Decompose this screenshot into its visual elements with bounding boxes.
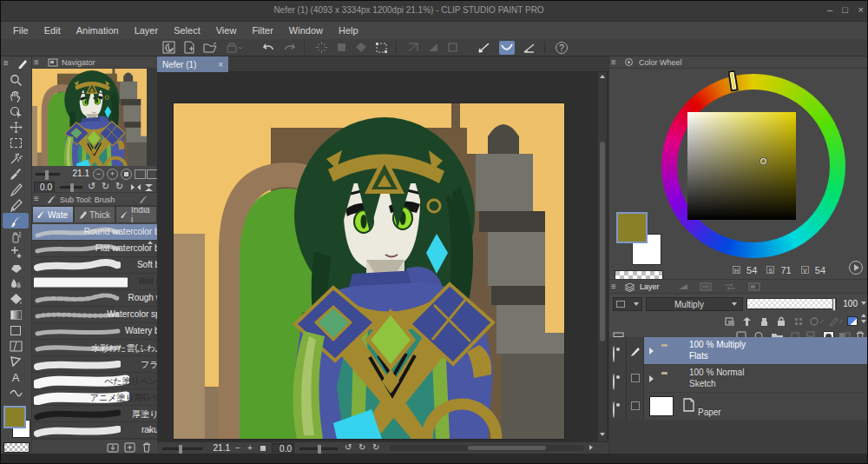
scroll-up-arrow[interactable] <box>600 75 605 78</box>
color-wheel-menu-icon[interactable]: ≡ <box>611 56 616 69</box>
maximize-button[interactable]: □ <box>842 4 848 15</box>
brush-item[interactable]: アニメ塗り用Gペン改 <box>32 389 157 406</box>
new-canvas-icon[interactable] <box>183 41 195 54</box>
text-tool-icon[interactable]: A <box>3 369 29 385</box>
draft-layer-icon[interactable] <box>828 316 844 327</box>
snap-off-3-icon[interactable] <box>447 42 458 53</box>
layer-row-flats[interactable]: 100 % Multiply Flats <box>609 337 868 364</box>
subtool-tab-thick-paint[interactable]: Thick <box>74 206 115 223</box>
brush-item[interactable]: Soft bleed <box>32 257 157 274</box>
import-subtool-icon[interactable] <box>107 441 119 453</box>
help-icon[interactable]: ? <box>556 42 568 54</box>
layer-tab-3-icon[interactable] <box>700 282 712 291</box>
layer-checkbox[interactable] <box>631 374 640 382</box>
snap-to-ruler-icon[interactable] <box>477 42 491 54</box>
menu-view[interactable]: View <box>216 25 237 36</box>
canvas-rotation-slider[interactable] <box>299 447 338 450</box>
eyedropper-tool-icon[interactable] <box>3 166 29 182</box>
clip-to-layer-below-icon[interactable] <box>724 316 735 327</box>
document-tab-close-icon[interactable]: × <box>218 60 223 70</box>
vertical-scroll-thumb[interactable] <box>600 142 605 341</box>
document-tab[interactable]: Nefer (1) × <box>157 56 228 72</box>
layer-panel-menu-icon[interactable]: ≡ <box>611 281 616 293</box>
navigator-flip-vertical-button[interactable] <box>144 183 154 192</box>
zoom-tool-icon[interactable] <box>3 72 29 88</box>
subtool-tab-watercolor[interactable]: Wate <box>32 206 74 223</box>
layer-row-sketch[interactable]: 100 % Normal Sketch <box>609 365 868 392</box>
correct-line-tool-icon[interactable] <box>3 354 29 369</box>
layer-color-swatch[interactable] <box>847 316 858 326</box>
frame-border-tool-icon[interactable] <box>3 338 29 354</box>
create-subtool-icon[interactable] <box>124 441 136 453</box>
brush-item[interactable]: Rough wash <box>32 290 157 307</box>
liquify-tool-icon[interactable] <box>3 385 29 401</box>
menu-animation[interactable]: Animation <box>76 25 119 36</box>
canvas-zoom-in-button[interactable]: + <box>247 443 253 453</box>
layer-opacity-value[interactable]: 100 <box>840 299 858 308</box>
fill-tool-icon[interactable] <box>3 291 29 307</box>
close-button[interactable]: × <box>858 4 864 15</box>
primary-color-swatch[interactable] <box>3 406 26 428</box>
brush-item[interactable]: Round watercolor brush <box>32 224 157 241</box>
airbrush-tool-icon[interactable] <box>3 229 29 244</box>
navigator-fit-button[interactable] <box>121 169 132 180</box>
brush-item[interactable]: べた塗りペン_QM <box>32 373 157 389</box>
menu-layer[interactable]: Layer <box>135 25 159 36</box>
open-file-icon[interactable] <box>203 42 218 54</box>
decoration-tool-icon[interactable] <box>3 244 29 260</box>
layer-row-paper[interactable]: Paper <box>609 393 868 420</box>
canvas-rotate-ccw-button[interactable]: ↺ <box>345 442 352 452</box>
menu-filter[interactable]: Filter <box>252 25 273 36</box>
blend-mode-combo[interactable]: Multiply <box>646 297 743 311</box>
canvas-horizontal-scrollbar[interactable] <box>390 445 584 451</box>
subtool-tab-india-ink[interactable]: India i <box>115 206 157 223</box>
clip-studio-logo-icon[interactable] <box>162 41 175 54</box>
brush-list-scroll-up[interactable] <box>148 226 153 242</box>
selection-tool-icon[interactable] <box>3 135 29 150</box>
saturation-value-square[interactable] <box>687 112 796 220</box>
figure-tool-icon[interactable] <box>3 322 29 338</box>
scroll-down-arrow[interactable] <box>600 433 605 436</box>
navigator-thumbnail[interactable] <box>32 69 157 166</box>
canvas-zoom-value[interactable]: 21.1 <box>206 443 230 453</box>
gradient-tool-icon[interactable] <box>3 307 29 322</box>
navigator-zoom-slider[interactable] <box>36 173 60 176</box>
horizontal-scroll-thumb[interactable] <box>468 446 546 450</box>
redo-icon[interactable] <box>283 42 296 54</box>
navigator-menu-icon[interactable]: ≡ <box>34 56 39 69</box>
scroll-right-arrow[interactable] <box>589 445 593 450</box>
blend-tool-icon[interactable] <box>3 275 29 291</box>
snap-to-grid-icon[interactable] <box>523 42 536 54</box>
brush-item[interactable]: 厚塗りペン <box>32 406 157 422</box>
subtool-menu-icon[interactable]: ≡ <box>34 193 39 205</box>
navigator-flip-horizontal-button[interactable] <box>130 183 141 191</box>
canvas-vertical-scrollbar[interactable] <box>598 72 607 441</box>
snap-to-special-ruler-icon[interactable] <box>499 41 515 55</box>
navigator-reset-rotation-button[interactable]: ↻ <box>115 181 123 192</box>
brush-tool-icon[interactable] <box>3 213 29 229</box>
layer-tab-2-icon[interactable] <box>677 282 689 291</box>
canvas-rotate-cw-button[interactable]: ↻ <box>358 442 365 452</box>
menu-help[interactable]: Help <box>339 25 358 36</box>
pencil-tool-icon[interactable] <box>3 197 29 213</box>
ruler-range-icon[interactable] <box>809 316 825 327</box>
layer-visibility-icon[interactable] <box>613 346 615 362</box>
operation-tool-icon[interactable] <box>3 103 29 119</box>
folder-expand-arrow[interactable] <box>649 375 654 382</box>
navigator-100-button[interactable] <box>135 169 146 179</box>
brush-item[interactable]: Watercolor splash <box>32 307 157 323</box>
reference-layer-icon[interactable] <box>741 316 753 327</box>
brush-item[interactable]: Wet wash <box>32 274 157 290</box>
layer-color-chevron[interactable] <box>861 320 866 323</box>
canvas-reset-rotation-button[interactable]: ↻ <box>372 442 379 452</box>
save-icon[interactable] <box>226 42 243 54</box>
snap-off-2-icon[interactable] <box>427 42 439 53</box>
menu-edit[interactable]: Edit <box>44 25 61 36</box>
navigator-rotate-cw-button[interactable]: ↻ <box>102 181 109 192</box>
eraser-tool-icon[interactable] <box>3 260 29 275</box>
navigator-zoom-out-button[interactable]: − <box>93 169 104 180</box>
navigator-rotate-ccw-button[interactable]: ↺ <box>88 181 95 192</box>
layer-tab-4-icon[interactable] <box>724 282 736 291</box>
pen-tool-icon[interactable] <box>3 182 29 197</box>
folder-expand-arrow[interactable] <box>649 348 654 355</box>
